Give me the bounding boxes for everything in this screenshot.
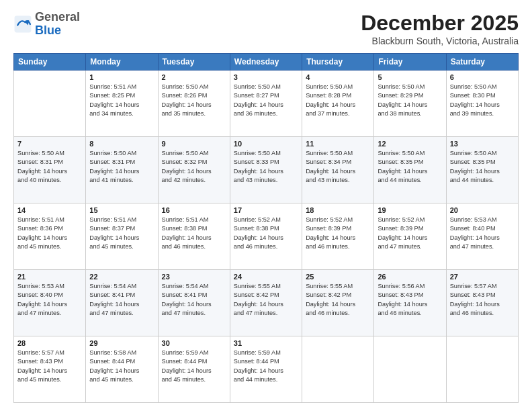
day-number: 14 bbox=[17, 206, 82, 214]
day-cell: 13Sunrise: 5:50 AM Sunset: 8:35 PM Dayli… bbox=[446, 137, 518, 203]
day-cell: 30Sunrise: 5:59 AM Sunset: 8:44 PM Dayli… bbox=[158, 336, 230, 403]
day-info: Sunrise: 5:50 AM Sunset: 8:35 PM Dayligh… bbox=[378, 149, 442, 185]
day-cell: 17Sunrise: 5:52 AM Sunset: 8:38 PM Dayli… bbox=[230, 203, 302, 270]
day-number: 2 bbox=[162, 73, 226, 81]
day-info: Sunrise: 5:54 AM Sunset: 8:41 PM Dayligh… bbox=[162, 282, 226, 318]
day-number: 5 bbox=[378, 73, 442, 81]
day-info: Sunrise: 5:50 AM Sunset: 8:26 PM Dayligh… bbox=[162, 83, 226, 118]
day-number: 28 bbox=[17, 339, 82, 347]
day-cell bbox=[374, 336, 446, 403]
day-number: 25 bbox=[306, 273, 370, 281]
day-cell: 21Sunrise: 5:53 AM Sunset: 8:40 PM Dayli… bbox=[14, 270, 86, 336]
day-cell: 20Sunrise: 5:53 AM Sunset: 8:40 PM Dayli… bbox=[446, 203, 518, 270]
day-number: 10 bbox=[234, 140, 298, 148]
day-cell: 5Sunrise: 5:50 AM Sunset: 8:29 PM Daylig… bbox=[374, 71, 446, 137]
day-number: 24 bbox=[234, 273, 298, 281]
day-cell: 24Sunrise: 5:55 AM Sunset: 8:42 PM Dayli… bbox=[230, 270, 302, 336]
week-row-3: 14Sunrise: 5:51 AM Sunset: 8:36 PM Dayli… bbox=[14, 203, 519, 270]
day-info: Sunrise: 5:50 AM Sunset: 8:31 PM Dayligh… bbox=[17, 149, 82, 185]
svg-rect-0 bbox=[15, 15, 32, 32]
col-wednesday: Wednesday bbox=[230, 54, 302, 71]
day-number: 22 bbox=[89, 273, 154, 281]
day-info: Sunrise: 5:53 AM Sunset: 8:40 PM Dayligh… bbox=[450, 216, 515, 251]
week-row-5: 28Sunrise: 5:57 AM Sunset: 8:43 PM Dayli… bbox=[14, 336, 519, 403]
day-number: 12 bbox=[378, 140, 442, 148]
day-number: 17 bbox=[234, 206, 298, 214]
page: General Blue December 2025 Blackburn Sou… bbox=[0, 0, 532, 411]
week-row-2: 7Sunrise: 5:50 AM Sunset: 8:31 PM Daylig… bbox=[14, 137, 519, 203]
day-cell: 3Sunrise: 5:50 AM Sunset: 8:27 PM Daylig… bbox=[230, 71, 302, 137]
day-cell: 29Sunrise: 5:58 AM Sunset: 8:44 PM Dayli… bbox=[86, 336, 158, 403]
day-cell bbox=[14, 71, 86, 137]
day-number: 27 bbox=[450, 273, 515, 281]
day-info: Sunrise: 5:50 AM Sunset: 8:31 PM Dayligh… bbox=[89, 149, 154, 185]
day-number: 15 bbox=[89, 206, 154, 214]
location: Blackburn South, Victoria, Australia bbox=[361, 36, 519, 46]
header: General Blue December 2025 Blackburn Sou… bbox=[13, 11, 519, 46]
day-number: 9 bbox=[162, 140, 226, 148]
day-info: Sunrise: 5:59 AM Sunset: 8:44 PM Dayligh… bbox=[162, 349, 226, 384]
day-number: 29 bbox=[89, 339, 154, 347]
week-row-1: 1Sunrise: 5:51 AM Sunset: 8:25 PM Daylig… bbox=[14, 71, 519, 137]
day-number: 11 bbox=[306, 140, 370, 148]
day-number: 7 bbox=[17, 140, 82, 148]
month-title: December 2025 bbox=[361, 11, 519, 36]
day-cell: 6Sunrise: 5:50 AM Sunset: 8:30 PM Daylig… bbox=[446, 71, 518, 137]
day-info: Sunrise: 5:50 AM Sunset: 8:32 PM Dayligh… bbox=[162, 149, 226, 185]
day-cell: 1Sunrise: 5:51 AM Sunset: 8:25 PM Daylig… bbox=[86, 71, 158, 137]
day-cell: 14Sunrise: 5:51 AM Sunset: 8:36 PM Dayli… bbox=[14, 203, 86, 270]
day-info: Sunrise: 5:50 AM Sunset: 8:28 PM Dayligh… bbox=[306, 83, 370, 118]
day-cell: 10Sunrise: 5:50 AM Sunset: 8:33 PM Dayli… bbox=[230, 137, 302, 203]
day-info: Sunrise: 5:50 AM Sunset: 8:33 PM Dayligh… bbox=[234, 149, 298, 185]
day-cell: 12Sunrise: 5:50 AM Sunset: 8:35 PM Dayli… bbox=[374, 137, 446, 203]
day-cell: 28Sunrise: 5:57 AM Sunset: 8:43 PM Dayli… bbox=[14, 336, 86, 403]
day-info: Sunrise: 5:58 AM Sunset: 8:44 PM Dayligh… bbox=[89, 349, 154, 384]
logo-icon bbox=[13, 15, 32, 34]
day-cell: 18Sunrise: 5:52 AM Sunset: 8:39 PM Dayli… bbox=[302, 203, 374, 270]
day-cell: 25Sunrise: 5:55 AM Sunset: 8:42 PM Dayli… bbox=[302, 270, 374, 336]
day-info: Sunrise: 5:52 AM Sunset: 8:39 PM Dayligh… bbox=[306, 216, 370, 251]
day-info: Sunrise: 5:55 AM Sunset: 8:42 PM Dayligh… bbox=[306, 282, 370, 318]
day-number: 8 bbox=[89, 140, 154, 148]
day-cell: 11Sunrise: 5:50 AM Sunset: 8:34 PM Dayli… bbox=[302, 137, 374, 203]
day-cell: 23Sunrise: 5:54 AM Sunset: 8:41 PM Dayli… bbox=[158, 270, 230, 336]
day-info: Sunrise: 5:53 AM Sunset: 8:40 PM Dayligh… bbox=[17, 282, 82, 318]
day-info: Sunrise: 5:51 AM Sunset: 8:25 PM Dayligh… bbox=[89, 83, 154, 118]
day-info: Sunrise: 5:55 AM Sunset: 8:42 PM Dayligh… bbox=[234, 282, 298, 318]
col-thursday: Thursday bbox=[302, 54, 374, 71]
calendar-header-row: Sunday Monday Tuesday Wednesday Thursday… bbox=[14, 54, 519, 71]
week-row-4: 21Sunrise: 5:53 AM Sunset: 8:40 PM Dayli… bbox=[14, 270, 519, 336]
day-number: 13 bbox=[450, 140, 515, 148]
day-number: 21 bbox=[17, 273, 82, 281]
day-cell: 15Sunrise: 5:51 AM Sunset: 8:37 PM Dayli… bbox=[86, 203, 158, 270]
day-info: Sunrise: 5:50 AM Sunset: 8:30 PM Dayligh… bbox=[450, 83, 515, 118]
logo-blue: Blue bbox=[35, 24, 61, 37]
day-info: Sunrise: 5:57 AM Sunset: 8:43 PM Dayligh… bbox=[17, 349, 82, 384]
day-number: 26 bbox=[378, 273, 442, 281]
day-info: Sunrise: 5:51 AM Sunset: 8:36 PM Dayligh… bbox=[17, 216, 82, 251]
day-info: Sunrise: 5:57 AM Sunset: 8:43 PM Dayligh… bbox=[450, 282, 515, 318]
day-number: 6 bbox=[450, 73, 515, 81]
day-info: Sunrise: 5:50 AM Sunset: 8:29 PM Dayligh… bbox=[378, 83, 442, 118]
day-info: Sunrise: 5:50 AM Sunset: 8:34 PM Dayligh… bbox=[306, 149, 370, 185]
day-info: Sunrise: 5:56 AM Sunset: 8:43 PM Dayligh… bbox=[378, 282, 442, 318]
day-info: Sunrise: 5:50 AM Sunset: 8:35 PM Dayligh… bbox=[450, 149, 515, 185]
day-info: Sunrise: 5:52 AM Sunset: 8:38 PM Dayligh… bbox=[234, 216, 298, 251]
day-number: 4 bbox=[306, 73, 370, 81]
day-cell: 19Sunrise: 5:52 AM Sunset: 8:39 PM Dayli… bbox=[374, 203, 446, 270]
day-info: Sunrise: 5:51 AM Sunset: 8:37 PM Dayligh… bbox=[89, 216, 154, 251]
day-number: 20 bbox=[450, 206, 515, 214]
day-number: 30 bbox=[162, 339, 226, 347]
day-number: 1 bbox=[89, 73, 154, 81]
day-cell: 27Sunrise: 5:57 AM Sunset: 8:43 PM Dayli… bbox=[446, 270, 518, 336]
logo: General Blue bbox=[13, 11, 80, 38]
day-number: 18 bbox=[306, 206, 370, 214]
day-cell: 16Sunrise: 5:51 AM Sunset: 8:38 PM Dayli… bbox=[158, 203, 230, 270]
day-cell: 22Sunrise: 5:54 AM Sunset: 8:41 PM Dayli… bbox=[86, 270, 158, 336]
day-info: Sunrise: 5:52 AM Sunset: 8:39 PM Dayligh… bbox=[378, 216, 442, 251]
day-number: 3 bbox=[234, 73, 298, 81]
day-cell: 7Sunrise: 5:50 AM Sunset: 8:31 PM Daylig… bbox=[14, 137, 86, 203]
day-info: Sunrise: 5:54 AM Sunset: 8:41 PM Dayligh… bbox=[89, 282, 154, 318]
title-block: December 2025 Blackburn South, Victoria,… bbox=[361, 11, 519, 46]
day-cell: 8Sunrise: 5:50 AM Sunset: 8:31 PM Daylig… bbox=[86, 137, 158, 203]
